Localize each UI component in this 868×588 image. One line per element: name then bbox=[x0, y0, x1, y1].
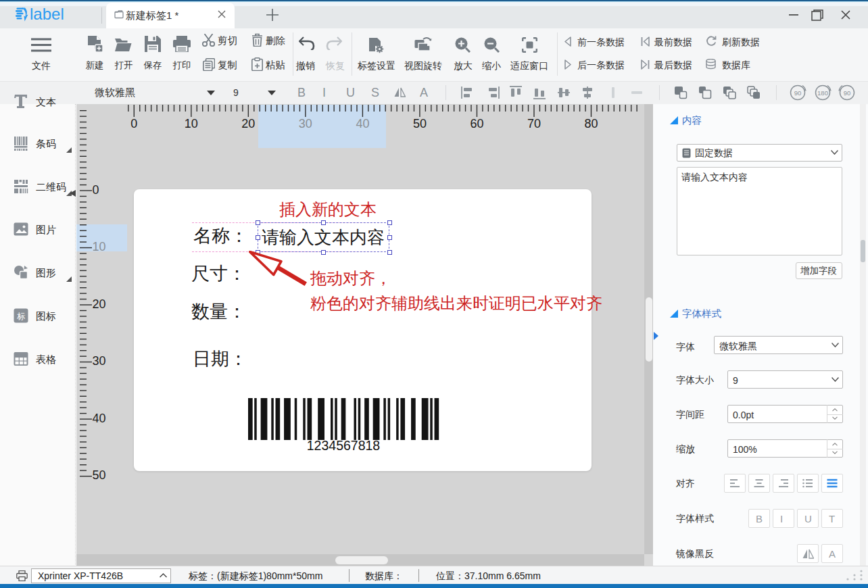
svg-text:90: 90 bbox=[844, 89, 851, 97]
svg-text:180: 180 bbox=[817, 89, 828, 97]
svg-text:标: 标 bbox=[17, 312, 26, 321]
svg-text:90: 90 bbox=[794, 89, 802, 97]
